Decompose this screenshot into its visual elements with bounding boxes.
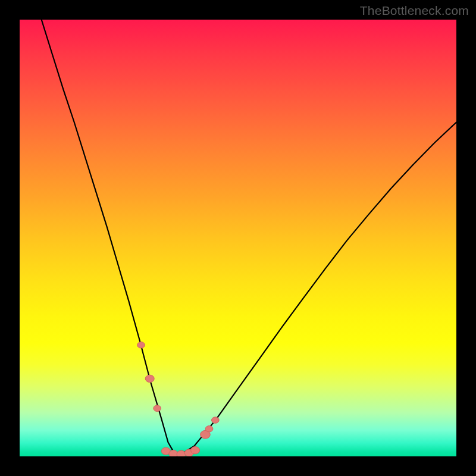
data-marker: [177, 450, 186, 456]
chart-frame: TheBottleneck.com: [0, 0, 476, 476]
data-marker: [137, 342, 145, 348]
data-marker: [169, 450, 178, 456]
data-marker: [145, 375, 154, 382]
data-marker: [191, 447, 200, 454]
attribution-text: TheBottleneck.com: [360, 4, 469, 18]
data-marker: [212, 417, 220, 423]
bottleneck-curve: [42, 20, 456, 454]
data-marker: [154, 405, 161, 411]
curve-layer: [20, 20, 456, 456]
marker-group: [137, 342, 219, 456]
plot-area: [20, 20, 456, 456]
data-marker: [205, 426, 213, 432]
